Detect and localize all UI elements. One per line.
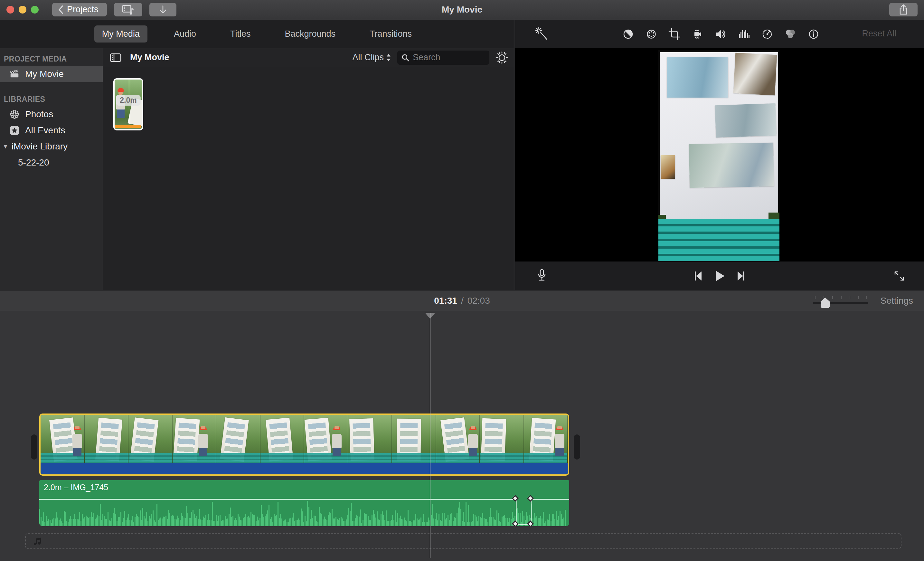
playback-bar — [515, 261, 924, 290]
media-browser: My Movie All Clips — [103, 48, 514, 290]
sidebar-item-my-movie[interactable]: My Movie — [0, 66, 103, 82]
clip-filter-dropdown[interactable]: All Clips — [352, 52, 392, 63]
viewer-stage — [515, 48, 924, 261]
zoom-window-button[interactable] — [31, 6, 39, 14]
share-button[interactable] — [889, 3, 918, 16]
clip-filter-button[interactable] — [784, 27, 797, 41]
tab-backgrounds[interactable]: Backgrounds — [277, 26, 343, 42]
tab-my-media[interactable]: My Media — [94, 26, 147, 42]
clip-duration-badge: 2.0m — [116, 95, 140, 106]
sidebar-item-label: My Movie — [25, 69, 64, 79]
clip-filmstrip — [40, 415, 568, 463]
photos-icon — [9, 109, 20, 120]
media-tabbar: My Media Audio Titles Backgrounds Transi… — [0, 20, 514, 48]
sidebar-item-label: 5-22-20 — [18, 158, 49, 168]
total-duration: 02:03 — [468, 296, 490, 306]
download-button[interactable] — [149, 3, 176, 16]
updown-chevron-icon — [386, 53, 392, 63]
used-range-indicator — [115, 125, 141, 128]
time-separator: / — [461, 296, 464, 306]
libraries-header: LIBRARIES — [0, 91, 103, 106]
enhance-wand-button[interactable] — [535, 27, 549, 40]
tab-audio[interactable]: Audio — [166, 26, 204, 42]
disclosure-triangle-icon[interactable]: ▼ — [3, 143, 8, 150]
audio-clip-label: 2.0m – IMG_1745 — [44, 483, 108, 492]
play-button[interactable] — [713, 269, 726, 283]
projects-label: Projects — [67, 4, 99, 15]
sidebar-item-label: iMovie Library — [12, 141, 68, 152]
timeline-audio-clip[interactable]: 2.0m – IMG_1745 — [39, 480, 569, 526]
sidebar-item-label: Photos — [25, 109, 53, 120]
timeline-video-clip[interactable] — [39, 414, 569, 476]
sidebar-item-label: All Events — [25, 125, 65, 136]
audio-waveform — [39, 500, 569, 526]
clapperboard-icon — [9, 69, 20, 79]
volume-line[interactable] — [39, 499, 516, 500]
media-clip-thumbnail[interactable]: 2.0m — [113, 78, 143, 130]
sidebar-item-event-5-22-20[interactable]: 5-22-20 — [0, 154, 103, 171]
voiceover-mic-button[interactable] — [535, 268, 549, 282]
speed-button[interactable] — [760, 27, 774, 41]
sidebar-item-all-events[interactable]: All Events — [0, 122, 103, 138]
skip-forward-button[interactable] — [735, 269, 748, 283]
zoom-slider-thumb[interactable] — [820, 298, 830, 308]
search-input[interactable] — [413, 52, 486, 63]
clip-thumbnail-photo: 2.0m — [115, 80, 142, 129]
close-window-button[interactable] — [6, 6, 14, 14]
timeline-zoom-slider[interactable] — [813, 294, 868, 307]
music-note-icon — [32, 536, 43, 546]
crop-button[interactable] — [668, 27, 681, 41]
color-correction-button[interactable] — [645, 27, 658, 41]
stabilization-button[interactable] — [691, 27, 704, 41]
browser-title: My Movie — [130, 52, 170, 63]
viewer-pane: Reset All — [515, 20, 924, 290]
sidebar-toggle-button[interactable] — [108, 51, 123, 64]
tab-transitions[interactable]: Transitions — [362, 26, 420, 42]
clip-blue-bar — [40, 463, 568, 474]
reset-all-button[interactable]: Reset All — [862, 28, 896, 39]
filmstrip-music-icon — [121, 4, 135, 15]
sidebar-item-imovie-library[interactable]: ▼ iMovie Library — [0, 138, 103, 154]
back-chevron-icon — [57, 5, 64, 15]
import-media-button[interactable] — [114, 3, 142, 16]
background-music-well[interactable] — [25, 533, 902, 549]
libraries-sidebar: PROJECT MEDIA My Movie LIBRARIES — [0, 48, 103, 290]
viewer-video — [658, 50, 780, 261]
volume-button[interactable] — [714, 27, 728, 41]
fullscreen-button[interactable] — [892, 269, 906, 283]
noise-reduction-button[interactable] — [737, 27, 751, 41]
clip-appearance-button[interactable] — [495, 51, 508, 64]
titlebar: Projects My Movie — [0, 0, 924, 20]
current-time: 01:31 — [434, 296, 457, 306]
star-box-icon — [9, 125, 20, 136]
clip-trim-handle-left[interactable] — [31, 434, 38, 459]
teal-chair — [658, 219, 780, 261]
share-icon — [898, 3, 909, 16]
clip-trim-handle-right[interactable] — [574, 434, 580, 459]
timeline-toolbar: 01:31 / 02:03 Settings — [0, 290, 924, 311]
skip-back-button[interactable] — [691, 269, 704, 283]
poster-board — [660, 52, 778, 221]
timeline-settings-button[interactable]: Settings — [880, 296, 913, 306]
media-browser-header: My Movie All Clips — [103, 48, 514, 67]
clip-filter-label: All Clips — [352, 52, 384, 63]
window-title: My Movie — [442, 4, 482, 15]
search-icon — [401, 54, 410, 62]
tab-titles[interactable]: Titles — [222, 26, 258, 42]
project-media-header: PROJECT MEDIA — [0, 51, 103, 66]
media-browser-pane: My Media Audio Titles Backgrounds Transi… — [0, 20, 514, 290]
window-controls — [6, 6, 39, 14]
download-arrow-icon — [158, 4, 168, 15]
time-display: 01:31 / 02:03 — [434, 296, 490, 306]
volume-line[interactable] — [531, 499, 569, 500]
timeline[interactable]: 2.0m – IMG_1745 — [0, 311, 924, 561]
color-balance-button[interactable] — [621, 27, 635, 41]
viewer-toolbar: Reset All — [515, 20, 924, 48]
search-field[interactable] — [397, 51, 489, 65]
sidebar-item-photos[interactable]: Photos — [0, 106, 103, 122]
media-browser-content: 2.0m — [103, 67, 514, 290]
projects-back-button[interactable]: Projects — [52, 3, 107, 16]
info-button[interactable] — [807, 27, 820, 41]
minimize-window-button[interactable] — [19, 6, 26, 14]
playhead-line — [430, 313, 430, 558]
